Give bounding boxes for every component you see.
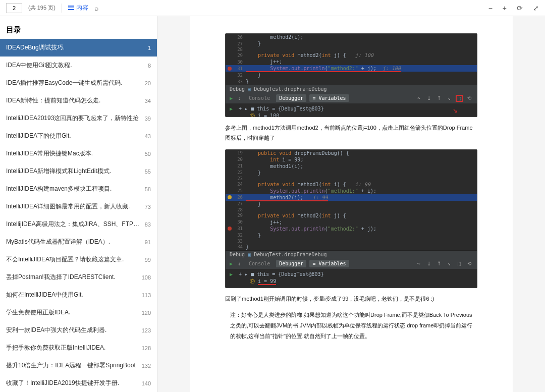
paragraph-note: 注：好奇心是人类进步的阶梯,如果想知道为啥这个功能叫Drop Frame,而不是… (225, 310, 477, 342)
toc-page: 123 (142, 327, 151, 333)
icon5[interactable]: ⟲ (466, 95, 473, 102)
toc-label: 手把手教你免费获取正版IntelliJIDEA. (6, 344, 137, 352)
table-of-contents: 目录 IDEADeBug调试技巧.1IDEA中使用Git图文教程.8IDEA插件… (0, 16, 157, 392)
rotate-icon[interactable]: ⟳ (517, 4, 523, 12)
tab-variables[interactable]: ≡ Variables (309, 94, 349, 102)
icon2[interactable]: ⤓ (425, 260, 432, 267)
toc-item[interactable]: IntelliJIDEA详细图解最常用的配置，新人收藏.73 (0, 198, 157, 215)
toc-item[interactable]: 不会IntelliJIDEA项目配置？请收藏这篇文章.99 (0, 251, 157, 268)
toc-label: IntelliJIDEA详细图解最常用的配置，新人收藏. (6, 202, 140, 211)
toc-item[interactable]: IntelliJIDEA常用快捷键Mac版本.50 (0, 145, 157, 162)
drop-frame-icon[interactable]: ⬚ (456, 260, 463, 267)
debug-title: DebugTest.dropFrameDebug (254, 86, 327, 92)
toc-label: 安利一款IDEA中强大的代码生成利器. (6, 326, 137, 334)
toc-page: 43 (145, 133, 151, 139)
toc-page: 99 (145, 257, 151, 263)
document-page: 26 method2(i);27 }2829 private void meth… (190, 16, 513, 392)
list-icon (68, 5, 74, 11)
contents-label: 内容 (76, 4, 88, 12)
tab-debugger[interactable]: Debugger (276, 260, 306, 267)
var-j: j = 100 (258, 113, 279, 117)
toc-page: 113 (142, 292, 151, 298)
toc-item[interactable]: IDEADeBug调试技巧.1 (0, 39, 157, 57)
toc-label: 收藏了！IntelliJIDEA2019快捷键开发手册. (6, 379, 137, 387)
code-screenshot-2: 19 public void dropFrameDebug() {20 int … (225, 149, 477, 288)
icon5[interactable]: ⟲ (466, 260, 473, 267)
toc-item[interactable]: 安利一款IDEA中强大的代码生成利器.123 (0, 321, 157, 339)
zoom-in-icon[interactable]: + (503, 4, 507, 12)
toc-label: IntelliJIDEA新增禅模式和LightEdit模式. (6, 167, 140, 176)
toc-item[interactable]: IntelliJIDEA新增禅模式和LightEdit模式.55 (0, 162, 157, 180)
debug-title: DebugTest.dropFrameDebug (254, 252, 327, 257)
icon3[interactable]: ⤒ (435, 260, 443, 267)
toc-page: 8 (148, 63, 151, 69)
paragraph-2: 回到了method1刚开始调用的时候，变量i变成了99，没毛病吧，老铁们，是不是… (225, 294, 477, 304)
toc-item[interactable]: 提升10倍生产力：IDEA远程一键部署SpringBoot132 (0, 357, 157, 374)
toc-label: IDEADeBug调试技巧. (6, 43, 143, 52)
toc-page: 34 (145, 98, 151, 104)
debug-label: Debug (230, 252, 245, 257)
zoom-out-icon[interactable]: − (488, 4, 493, 12)
icon4[interactable]: ↘ (446, 95, 453, 102)
toc-title: 目录 (0, 16, 157, 39)
toc-page: 20 (145, 80, 151, 86)
toc-item[interactable]: IDEA新特性：提前知道代码怎么走.34 (0, 92, 157, 109)
var-this: this = {DebugTest@803} (257, 271, 323, 277)
toc-label: MyBatis代码生成器配置详解（IDEA）. (6, 238, 140, 246)
toc-item[interactable]: IDEA插件推荐EasyCode一键生成所需代码.20 (0, 74, 157, 92)
icon1[interactable]: ↷ (415, 260, 422, 267)
resume-icon[interactable]: ▶ (230, 261, 233, 266)
tab-debugger[interactable]: Debugger (276, 94, 306, 102)
toc-label: IntellijIDEA高级用法之：集成JIRA、SSH、FTP、D (6, 220, 140, 229)
toc-page: 73 (145, 204, 151, 210)
icon4[interactable]: ↘ (446, 260, 453, 267)
toc-item[interactable]: IntelliJIDEA20193这回真的要飞起来了，新特性抢39 (0, 109, 157, 127)
toc-page: 108 (142, 274, 151, 281)
toc-label: IDEA中使用Git图文教程. (6, 61, 143, 70)
toc-label: 丢掉Postman!我选择了IDEARESTClient. (6, 273, 137, 282)
toc-item[interactable]: MyBatis代码生成器配置详解（IDEA）.91 (0, 233, 157, 251)
icon3[interactable]: ⤒ (435, 95, 443, 102)
run-icon[interactable]: ▶ (230, 271, 233, 277)
toc-item[interactable]: IDEA中使用Git图文教程.8 (0, 57, 157, 74)
toc-label: IntelliJIDEA20193这回真的要飞起来了，新特性抢 (6, 114, 140, 123)
toc-page: 128 (142, 345, 151, 351)
toc-page: 132 (142, 363, 151, 369)
toc-item[interactable]: 学生免费使用正版IDEA.120 (0, 304, 157, 321)
tab-console[interactable]: Console (246, 94, 273, 102)
search-icon[interactable]: ⌕ (94, 4, 98, 12)
toc-item[interactable]: IntelliJIDEA下的使用Git.43 (0, 127, 157, 145)
drop-frame-icon[interactable]: ⬚ (456, 95, 463, 102)
page-total: (共 195 页) (28, 4, 56, 12)
toc-item[interactable]: 收藏了！IntelliJIDEA2019快捷键开发手册.140 (0, 374, 157, 392)
tab-variables[interactable]: ≡ Variables (309, 260, 349, 267)
page-number-input[interactable] (6, 3, 22, 13)
expand-icon[interactable]: ⤢ (533, 4, 539, 12)
step-icon[interactable]: ⇣ (236, 260, 243, 267)
toc-item[interactable]: IntellijIDEA高级用法之：集成JIRA、SSH、FTP、D83 (0, 215, 157, 233)
toc-label: IDEA新特性：提前知道代码怎么走. (6, 96, 140, 105)
toc-item[interactable]: 手把手教你免费获取正版IntelliJIDEA.128 (0, 339, 157, 357)
icon2[interactable]: ⤓ (425, 95, 432, 102)
toc-page: 120 (142, 310, 151, 316)
toc-item[interactable]: 丢掉Postman!我选择了IDEARESTClient.108 (0, 268, 157, 286)
icon1[interactable]: ↷ (415, 95, 422, 102)
step-icon[interactable]: ⇣ (236, 95, 243, 102)
toc-label: IntelliJIDEA下的使用Git. (6, 132, 140, 140)
toc-label: IDEA插件推荐EasyCode一键生成所需代码. (6, 79, 140, 87)
toc-item[interactable]: 如何在IntelliJIDEA中使用Git.113 (0, 286, 157, 304)
document-viewport[interactable]: 26 method2(i);27 }2829 private void meth… (157, 16, 545, 392)
contents-button[interactable]: 内容 (68, 4, 88, 12)
resume-icon[interactable]: ▶ (230, 95, 233, 101)
toc-page: 50 (145, 151, 151, 157)
var-this: this = {DebugTest@803} (257, 106, 323, 111)
run-icon[interactable]: ▶ (230, 106, 233, 111)
toc-item[interactable]: IntelliJIDEA构建maven多模块工程项目.58 (0, 180, 157, 198)
toc-label: IntelliJIDEA常用快捷键Mac版本. (6, 149, 140, 158)
toc-label: 不会IntelliJIDEA项目配置？请收藏这篇文章. (6, 255, 140, 264)
toc-page: 1 (148, 45, 151, 51)
toc-page: 39 (145, 116, 151, 122)
separator (62, 4, 62, 13)
toc-page: 55 (145, 169, 151, 175)
tab-console[interactable]: Console (246, 260, 273, 267)
